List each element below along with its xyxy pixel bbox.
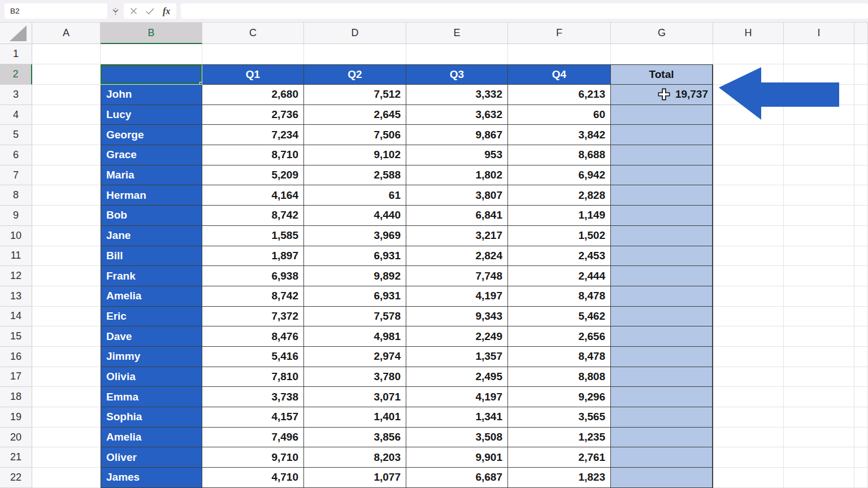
cell-A8[interactable]: [32, 185, 101, 206]
cell-F4[interactable]: 60: [508, 105, 611, 125]
cell-D22[interactable]: 1,077: [304, 468, 406, 488]
cell-J19[interactable]: [854, 407, 868, 428]
cell-H10[interactable]: [713, 226, 784, 246]
cell-F16[interactable]: 8,478: [508, 347, 611, 367]
select-all-corner[interactable]: [0, 23, 32, 44]
cell-C1[interactable]: [202, 44, 304, 64]
cell-E18[interactable]: 4,197: [406, 387, 508, 407]
cell-G7[interactable]: [611, 165, 713, 186]
cell-G9[interactable]: [611, 206, 713, 226]
cell-G12[interactable]: [611, 266, 713, 286]
cell-G13[interactable]: [611, 286, 713, 307]
cell-G2[interactable]: Total: [611, 64, 713, 85]
cell-H5[interactable]: [713, 125, 784, 145]
cell-G1[interactable]: [611, 44, 713, 64]
cell-J5[interactable]: [854, 125, 868, 145]
cell-G14[interactable]: [611, 307, 713, 327]
selection-fill-handle[interactable]: [199, 82, 202, 85]
cell-H13[interactable]: [713, 286, 784, 307]
cell-I10[interactable]: [784, 226, 854, 246]
cell-D15[interactable]: 4,981: [304, 326, 406, 347]
cell-I1[interactable]: [784, 44, 854, 64]
cell-H17[interactable]: [713, 367, 784, 387]
cell-I3[interactable]: [784, 85, 854, 105]
cell-I9[interactable]: [784, 206, 854, 226]
cell-C13[interactable]: 8,742: [202, 286, 304, 307]
column-header-E[interactable]: E: [406, 23, 508, 44]
cell-A7[interactable]: [32, 165, 101, 186]
cell-J18[interactable]: [854, 387, 868, 407]
name-box-input[interactable]: [5, 7, 110, 15]
cell-C3[interactable]: 2,680: [202, 85, 304, 105]
cell-D13[interactable]: 6,931: [304, 286, 406, 307]
cell-E9[interactable]: 6,841: [406, 206, 508, 226]
cell-B9[interactable]: Bob: [101, 206, 202, 226]
cell-I5[interactable]: [784, 125, 854, 145]
cell-C15[interactable]: 8,476: [202, 326, 304, 347]
cell-D2[interactable]: Q2: [304, 64, 406, 85]
cell-B8[interactable]: Herman: [101, 185, 202, 206]
row-header-5[interactable]: 5: [0, 125, 32, 145]
cell-J2[interactable]: [854, 64, 868, 85]
cell-G5[interactable]: [611, 125, 713, 145]
cell-I12[interactable]: [784, 266, 854, 286]
column-header-A[interactable]: A: [32, 23, 101, 44]
cell-D20[interactable]: 3,856: [304, 428, 406, 448]
cell-G4[interactable]: [611, 105, 713, 125]
row-header-17[interactable]: 17: [0, 367, 32, 387]
cell-J3[interactable]: [854, 85, 868, 105]
cell-D5[interactable]: 7,506: [304, 125, 406, 145]
cell-A4[interactable]: [32, 105, 101, 125]
cell-B12[interactable]: Frank: [101, 266, 202, 286]
cell-J7[interactable]: [854, 165, 868, 186]
cell-F21[interactable]: 2,761: [508, 447, 611, 468]
row-header-21[interactable]: 21: [0, 447, 32, 468]
cell-C14[interactable]: 7,372: [202, 307, 304, 327]
cell-D7[interactable]: 2,588: [304, 165, 406, 186]
cell-B1[interactable]: [101, 44, 202, 64]
cell-C4[interactable]: 2,736: [202, 105, 304, 125]
cell-G3[interactable]: 19,737: [611, 85, 713, 105]
cell-F5[interactable]: 3,842: [508, 125, 611, 145]
row-header-15[interactable]: 15: [0, 326, 32, 347]
cell-C16[interactable]: 5,416: [202, 347, 304, 367]
cell-F8[interactable]: 2,828: [508, 185, 611, 206]
cell-E7[interactable]: 1,802: [406, 165, 508, 186]
cell-G16[interactable]: [611, 347, 713, 367]
cell-C19[interactable]: 4,157: [202, 407, 304, 428]
cell-E2[interactable]: Q3: [406, 64, 508, 85]
cell-E17[interactable]: 2,495: [406, 367, 508, 387]
cell-G17[interactable]: [611, 367, 713, 387]
cell-B3[interactable]: John: [101, 85, 202, 105]
cell-A14[interactable]: [32, 307, 101, 327]
cell-A15[interactable]: [32, 326, 101, 347]
cell-B17[interactable]: Olivia: [101, 367, 202, 387]
cell-E14[interactable]: 9,343: [406, 307, 508, 327]
cell-F12[interactable]: 2,444: [508, 266, 611, 286]
formula-input[interactable]: [181, 3, 868, 19]
cell-E4[interactable]: 3,632: [406, 105, 508, 125]
cell-C12[interactable]: 6,938: [202, 266, 304, 286]
column-header-G[interactable]: G: [611, 23, 713, 44]
column-header-B[interactable]: B: [101, 23, 202, 44]
cell-H18[interactable]: [713, 387, 784, 407]
cell-H3[interactable]: [713, 85, 784, 105]
row-header-1[interactable]: 1: [0, 44, 32, 64]
cell-C20[interactable]: 7,496: [202, 428, 304, 448]
cell-J20[interactable]: [854, 428, 868, 448]
cell-H8[interactable]: [713, 185, 784, 206]
cell-H20[interactable]: [713, 428, 784, 448]
cell-J9[interactable]: [854, 206, 868, 226]
cell-D19[interactable]: 1,401: [304, 407, 406, 428]
enter-button[interactable]: [146, 8, 154, 15]
cell-B15[interactable]: Dave: [101, 326, 202, 347]
cell-H16[interactable]: [713, 347, 784, 367]
cell-D17[interactable]: 3,780: [304, 367, 406, 387]
cell-E19[interactable]: 1,341: [406, 407, 508, 428]
cell-E8[interactable]: 3,807: [406, 185, 508, 206]
cell-F11[interactable]: 2,453: [508, 246, 611, 267]
cell-D21[interactable]: 8,203: [304, 447, 406, 468]
cell-A21[interactable]: [32, 447, 101, 468]
insert-function-button[interactable]: fx: [163, 6, 170, 16]
cell-B4[interactable]: Lucy: [101, 105, 202, 125]
